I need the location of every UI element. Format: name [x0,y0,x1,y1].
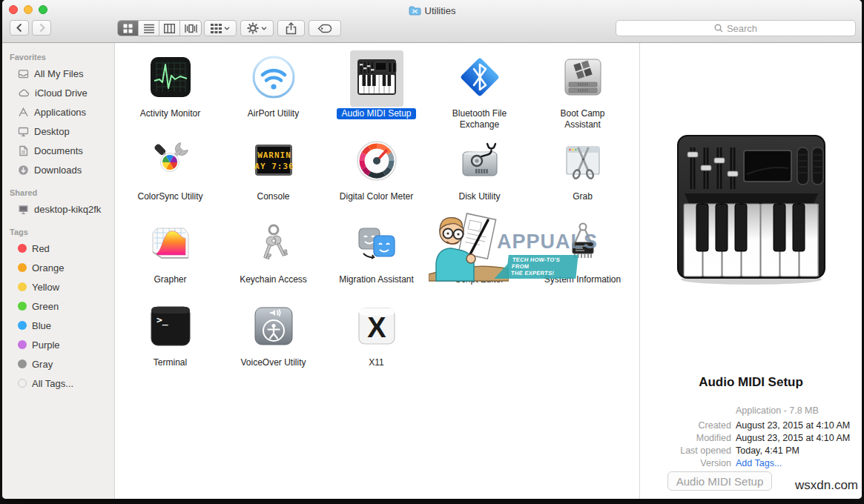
sidebar-item-label: All My Files [34,68,83,79]
search-input[interactable]: Search [616,20,856,36]
app-digital-color-meter[interactable]: Digital Color Meter [325,132,428,215]
file-browser-area: Activity Monitor AirPort Utility [115,43,639,499]
grapher-icon [147,219,194,267]
view-coverflow-button[interactable] [180,21,201,36]
app-grid: Activity Monitor AirPort Utility [119,49,634,381]
app-disk-utility[interactable]: Disk Utility [428,132,531,215]
zoom-button[interactable] [39,5,47,14]
app-keychain-access[interactable]: Keychain Access [222,215,325,298]
view-icons-button[interactable] [118,21,139,36]
arrange-button[interactable] [204,20,237,36]
grid-view-icon [123,24,133,33]
gray-tag-dot [18,359,27,368]
sidebar-tag-blue[interactable]: Blue [2,316,114,335]
chevron-down-icon [261,27,267,30]
tag-label: Green [32,301,59,312]
window-title-text: Utilities [425,5,456,16]
edit-tags-button[interactable] [309,20,341,36]
tag-label: Purple [32,339,60,351]
digital-color-meter-icon [353,136,400,184]
svg-text:>_: >_ [156,314,168,326]
tag-label: Orange [32,262,64,273]
audio-midi-setup-large-icon [670,133,833,288]
preview-app-title: Audio MIDI Setup [640,375,862,390]
share-button[interactable] [277,20,305,36]
view-columns-button[interactable] [159,21,180,36]
minimize-button[interactable] [24,5,33,14]
terminal-icon: >_ [147,302,194,350]
app-bluetooth-file-exchange[interactable]: Bluetooth File Exchange [428,49,531,132]
favorites-header: Favorites [2,50,114,64]
tags-header: Tags [2,225,114,239]
sidebar-item-label: Documents [34,145,83,156]
sidebar-item-downloads[interactable]: Downloads [2,160,114,179]
title-toolbar: Utilities [2,0,862,43]
app-grapher[interactable]: Grapher [119,215,222,298]
grab-icon [559,136,607,184]
audio-midi-setup-icon [353,53,400,101]
green-tag-dot [18,302,27,311]
sidebar-tag-purple[interactable]: Purple [2,335,114,354]
add-tags-link[interactable]: Add Tags... [736,458,782,468]
display-icon [18,204,29,215]
app-colorsync-utility[interactable]: ColorSync Utility [119,132,222,215]
tag-label: Blue [32,320,51,331]
voiceover-utility-icon [250,302,297,350]
sidebar: Favorites All My Files iCloud Drive Appl… [2,43,115,499]
app-name-tooltip: Audio MIDI Setup [667,471,772,491]
app-terminal[interactable]: >_ Terminal [119,298,222,381]
cloud-icon [18,87,30,99]
action-button[interactable] [240,20,274,36]
back-button[interactable] [10,20,29,36]
sidebar-item-label: iCloud Drive [35,87,88,99]
sidebar-item-applications[interactable]: Applications [2,102,114,122]
app-airport-utility[interactable]: AirPort Utility [222,49,325,132]
sidebar-item-documents[interactable]: Documents [2,141,114,160]
app-activity-monitor[interactable]: Activity Monitor [119,49,222,132]
preview-pane: Audio MIDI Setup Application - 7.8 MB Cr… [639,43,862,499]
app-system-information[interactable]: System Information [531,215,634,298]
sidebar-tag-gray[interactable]: Gray [2,354,114,374]
migration-assistant-icon [353,219,400,267]
coverflow-view-icon [185,24,197,33]
all-tags-dot [18,379,27,388]
app-console[interactable]: WARNIN AY 7:36 Console [222,132,325,215]
app-x11[interactable]: X X11 [325,298,428,381]
activity-monitor-icon [147,53,194,101]
share-icon [286,22,297,35]
keychain-access-icon [250,219,297,267]
downloads-icon [18,165,29,176]
finder-window: Utilities [2,0,862,499]
app-grab[interactable]: Grab [531,132,634,215]
app-script-editor[interactable]: Script Editor [428,215,531,298]
detail-last-opened: Last opened Today, 4:41 PM [640,444,857,457]
app-boot-camp-assistant[interactable]: Boot Camp Assistant [531,49,634,132]
sidebar-item-label: Applications [34,107,86,118]
app-voiceover-utility[interactable]: VoiceOver Utility [222,298,325,381]
sidebar-item-shared-computer[interactable]: desktop-kikq2fk [2,199,114,219]
app-audio-midi-setup[interactable]: Audio MIDI Setup [325,49,428,132]
chevron-right-icon [38,23,46,33]
sidebar-item-desktop[interactable]: Desktop [2,122,114,141]
sidebar-item-label: Downloads [34,165,82,176]
sidebar-tag-green[interactable]: Green [2,296,114,316]
forward-button[interactable] [32,20,51,36]
sidebar-tag-yellow[interactable]: Yellow [2,277,114,296]
sidebar-item-all-my-files[interactable]: All My Files [2,64,114,83]
sidebar-all-tags[interactable]: All Tags... [2,374,114,393]
tag-label: All Tags... [32,378,73,389]
sidebar-item-icloud-drive[interactable]: iCloud Drive [2,83,114,102]
detail-created: Created August 23, 2015 at 4:10 AM [640,419,857,431]
view-list-button[interactable] [139,21,159,36]
app-migration-assistant[interactable]: Migration Assistant [325,215,428,298]
boot-camp-icon [559,53,607,101]
close-button[interactable] [9,5,18,14]
sidebar-item-label: desktop-kikq2fk [34,204,101,215]
sidebar-tag-orange[interactable]: Orange [2,258,114,277]
window-title: Utilities [151,4,713,17]
search-placeholder: Search [727,23,757,34]
tag-icon [317,24,332,33]
sidebar-tag-red[interactable]: Red [2,239,114,258]
search-icon [714,24,723,33]
document-icon [18,145,29,156]
